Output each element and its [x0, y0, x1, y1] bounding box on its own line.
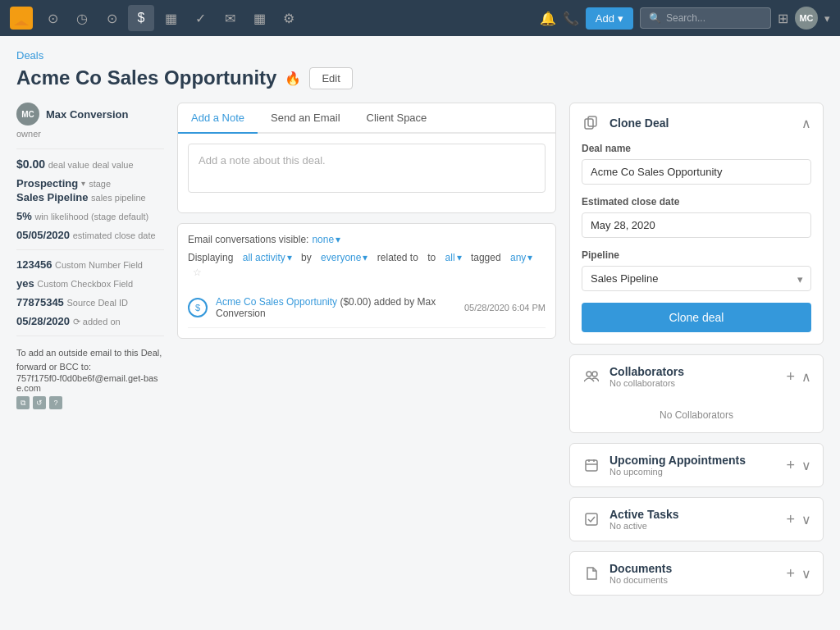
- filter-by-text: by: [301, 252, 312, 263]
- nav-email-icon[interactable]: ✉: [217, 5, 243, 31]
- filter-tagged-text: tagged: [471, 252, 501, 263]
- copy-icon[interactable]: ⧉: [16, 396, 30, 409]
- filter-any[interactable]: any ▾: [510, 252, 532, 263]
- search-box[interactable]: 🔍: [640, 7, 771, 29]
- refresh-icon[interactable]: ↺: [33, 396, 46, 409]
- clone-deal-header[interactable]: Clone Deal ∧: [570, 103, 823, 143]
- content-layout: MC Max Conversion owner $0.00 deal value…: [16, 103, 824, 605]
- breadcrumb[interactable]: Deals: [16, 49, 824, 62]
- upcoming-appointments-add-icon[interactable]: +: [786, 457, 795, 474]
- pipeline-group: Pipeline Sales Pipeline: [582, 249, 811, 291]
- nav-icon-group: ⊙ ◷ ⊙ $ ▦ ✓ ✉ ▦ ⚙: [39, 5, 302, 31]
- nav-check-icon[interactable]: ✓: [187, 5, 213, 31]
- collaborators-add-icon[interactable]: +: [786, 368, 795, 386]
- tab-add-note[interactable]: Add a Note: [178, 103, 258, 134]
- activity-link[interactable]: Acme Co Sales Opportunity: [216, 296, 337, 308]
- upcoming-appointments-card: Upcoming Appointments No upcoming + ∨: [569, 443, 824, 487]
- added-on-icon: ⟳: [73, 317, 83, 326]
- email-visible-row: Email conversations visible: none ▾: [188, 234, 546, 245]
- owner-section: MC Max Conversion: [16, 103, 164, 126]
- upcoming-appointments-collapse-icon[interactable]: ∨: [801, 458, 811, 473]
- filter-everyone[interactable]: everyone ▾: [321, 252, 368, 263]
- filter-related-text: related to: [377, 252, 418, 263]
- pipeline-label: Pipeline: [582, 249, 811, 261]
- collaborators-title: Collaborators: [609, 365, 786, 378]
- active-tasks-collapse-icon[interactable]: ∨: [801, 512, 811, 527]
- nav-chart-icon[interactable]: ▦: [246, 5, 272, 31]
- added-on-value: 05/28/2020: [16, 315, 70, 327]
- right-panel: Clone Deal ∧ Deal name Estimated close d…: [569, 103, 824, 605]
- app-logo[interactable]: [10, 7, 33, 30]
- active-tasks-add-icon[interactable]: +: [786, 511, 795, 528]
- nav-person-icon[interactable]: ⊙: [98, 5, 125, 31]
- documents-collapse-icon[interactable]: ∨: [801, 566, 811, 582]
- deal-name-input[interactable]: [582, 159, 811, 185]
- close-date-input[interactable]: [582, 212, 811, 238]
- tab-send-email[interactable]: Send an Email: [258, 103, 354, 134]
- add-chevron-icon: ▾: [618, 12, 623, 25]
- activity-dollar-icon: $: [188, 298, 208, 317]
- add-label: Add: [596, 12, 614, 25]
- documents-icon: [582, 564, 601, 583]
- collaborators-collapse-icon[interactable]: ∧: [801, 369, 811, 385]
- nav-calendar-icon[interactable]: ▦: [158, 5, 184, 31]
- collaborators-actions: + ∧: [786, 368, 811, 386]
- clone-deal-body: Deal name Estimated close date Pipeline …: [570, 143, 823, 344]
- avatar[interactable]: MC: [795, 7, 818, 30]
- nav-settings-icon[interactable]: ⚙: [276, 5, 302, 31]
- svg-point-5: [592, 372, 597, 377]
- add-button[interactable]: Add ▾: [586, 7, 633, 30]
- apps-icon[interactable]: ⊞: [778, 11, 788, 26]
- notifications-icon[interactable]: 🔔: [540, 11, 556, 26]
- note-input-area[interactable]: Add a note about this deal.: [188, 144, 546, 193]
- pipeline-value: Sales Pipeline: [16, 191, 88, 203]
- clone-deal-collapse-icon[interactable]: ∧: [801, 116, 811, 131]
- email-visible-value[interactable]: none ▾: [312, 234, 340, 245]
- stage-dropdown-icon[interactable]: ▾: [81, 179, 85, 188]
- close-date-group: Estimated close date: [582, 196, 811, 238]
- edit-button[interactable]: Edit: [309, 67, 352, 89]
- favorite-icon[interactable]: ☆: [193, 267, 202, 278]
- documents-add-icon[interactable]: +: [786, 565, 795, 582]
- win-likelihood-value: 5%: [16, 210, 32, 222]
- nav-timer-icon[interactable]: ◷: [69, 5, 95, 31]
- nav-dashboard-icon[interactable]: ⊙: [39, 5, 66, 31]
- custom-number-label-text: Custom Number Field: [55, 260, 143, 270]
- collaborators-icon: [582, 367, 601, 386]
- stage-value: Prospecting: [16, 177, 78, 189]
- fire-icon: 🔥: [285, 71, 301, 86]
- svg-point-4: [587, 372, 591, 377]
- active-tasks-title: Active Tasks: [609, 508, 786, 521]
- filter-all-activity[interactable]: all activity ▾: [243, 252, 292, 263]
- tab-client-space[interactable]: Client Space: [354, 103, 441, 134]
- upcoming-appointments-actions: + ∨: [786, 457, 811, 474]
- collaborators-title-group: Collaborators No collaborators: [609, 365, 786, 388]
- upcoming-appointments-icon: [582, 455, 601, 475]
- center-panel: Add a Note Send an Email Client Space Ad…: [177, 103, 556, 605]
- clone-deal-button[interactable]: Clone deal: [582, 303, 811, 332]
- help-icon[interactable]: ?: [49, 396, 62, 409]
- svg-rect-6: [586, 460, 597, 471]
- clone-deal-title: Clone Deal: [609, 116, 801, 130]
- owner-avatar: MC: [16, 103, 39, 126]
- win-likelihood-field: 5% win likelihood (stage default): [16, 210, 164, 222]
- documents-actions: + ∨: [786, 565, 811, 582]
- account-dropdown-icon[interactable]: ▾: [824, 12, 830, 25]
- pipeline-field: Sales Pipeline sales pipeline: [16, 191, 164, 203]
- svg-rect-3: [588, 116, 596, 126]
- added-on-label: added on: [83, 317, 121, 326]
- source-deal-id-field: 77875345 Source Deal ID: [16, 296, 164, 308]
- close-date-label: Estimated close date: [582, 196, 811, 208]
- collaborators-subtitle: No collaborators: [609, 378, 786, 388]
- email-forward-address: 757f175f0-f0d0be6f@email.get-base.com: [16, 373, 164, 393]
- search-input[interactable]: [666, 12, 765, 24]
- source-deal-id-label-text: Source Deal ID: [66, 298, 128, 308]
- custom-checkbox-value: yes: [16, 277, 34, 290]
- filter-all[interactable]: all ▾: [445, 252, 462, 263]
- active-tasks-actions: + ∨: [786, 511, 811, 528]
- pipeline-select[interactable]: Sales Pipeline: [582, 266, 811, 291]
- nav-dollar-icon[interactable]: $: [128, 5, 154, 31]
- phone-icon[interactable]: 📞: [563, 11, 579, 26]
- active-tasks-icon: [582, 509, 601, 529]
- active-tasks-title-group: Active Tasks No active: [609, 508, 786, 531]
